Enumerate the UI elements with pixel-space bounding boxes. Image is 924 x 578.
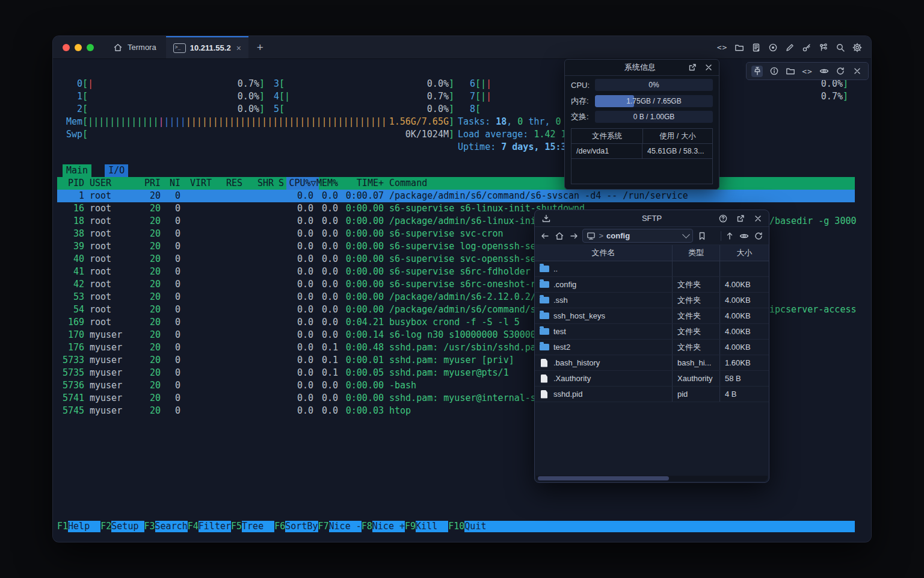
fn-key-f10[interactable]: F10	[448, 521, 464, 532]
home-icon[interactable]	[554, 230, 565, 241]
col-s[interactable]: S	[279, 177, 287, 190]
key-icon[interactable]	[801, 42, 812, 53]
code-icon[interactable]: <>	[801, 66, 813, 77]
file-row[interactable]: .ssh文件夹4.00KB	[535, 293, 769, 308]
fn-key-f4[interactable]: F4	[188, 521, 199, 532]
file-row[interactable]: test文件夹4.00KB	[535, 324, 769, 340]
col-pid[interactable]: PID	[57, 177, 84, 190]
process-table-header[interactable]: PIDUSERPRINIVIRTRESSHRSCPU%▽MEM%TIME+Com…	[57, 177, 855, 190]
process-row[interactable]: 1root20042400S0.00.00:00.07/package/admi…	[57, 190, 855, 202]
folder-icon	[540, 328, 549, 335]
close-window-button[interactable]	[63, 44, 70, 51]
tab-io[interactable]: I/O	[105, 164, 128, 177]
search-icon[interactable]	[834, 42, 846, 53]
gpu-icon[interactable]	[818, 66, 830, 77]
fn-key-f2[interactable]: F2	[100, 521, 111, 532]
show-hidden-icon[interactable]	[739, 230, 750, 241]
settings-icon[interactable]	[851, 42, 863, 53]
fn-key-f3[interactable]: F3	[144, 521, 155, 532]
file-row[interactable]: .XauthorityXauthority58 B	[535, 371, 769, 387]
fn-key-f8[interactable]: F8	[362, 521, 372, 532]
help-icon[interactable]	[717, 213, 728, 224]
new-tab-button[interactable]: +	[248, 36, 272, 58]
file-size	[720, 261, 769, 276]
zoom-window-button[interactable]	[87, 44, 94, 51]
col-filename[interactable]: 文件名	[535, 245, 673, 261]
minimize-window-button[interactable]	[75, 44, 82, 51]
col-user[interactable]: USER	[90, 177, 141, 190]
tab-main[interactable]: Main	[63, 164, 91, 177]
sftp-table-header[interactable]: 文件名 类型 大小	[535, 245, 769, 261]
download-icon[interactable]	[540, 213, 552, 224]
folder-icon[interactable]	[733, 42, 745, 53]
fn-key-f1[interactable]: F1	[57, 521, 68, 532]
fn-label-f9[interactable]: Kill	[416, 521, 448, 532]
sftp-titlebar: SFTP	[535, 210, 769, 227]
file-type: 文件夹	[673, 277, 720, 292]
col-pri[interactable]: PRI	[141, 177, 161, 190]
fn-label-f1[interactable]: Help	[68, 521, 100, 532]
file-row[interactable]: .bash_historybash_hi...1.60KB	[535, 355, 769, 371]
file-icon	[541, 390, 547, 399]
horizontal-scrollbar[interactable]	[536, 476, 768, 481]
open-in-window-icon[interactable]	[686, 62, 698, 73]
fs-col-usage: 使用 / 大小	[643, 129, 712, 143]
log-icon[interactable]	[750, 42, 762, 53]
file-row[interactable]: ssh_host_keys文件夹4.00KB	[535, 308, 769, 324]
filesystem-row[interactable]: /dev/vda1 45.61GB / 58.3...	[571, 144, 712, 159]
info-icon[interactable]	[768, 66, 780, 77]
file-row[interactable]: .config文件夹4.00KB	[535, 277, 769, 293]
col-ni[interactable]: NI	[164, 177, 180, 190]
system-summary-line: Tasks: 18, 0 thr, 0	[458, 116, 561, 128]
session-tab[interactable]: >_ 10.211.55.2 ×	[166, 36, 248, 58]
col-cpu[interactable]: CPU%▽	[286, 177, 319, 190]
home-tab[interactable]: Termora	[102, 36, 166, 58]
file-row[interactable]: sshd.pidpid4 B	[535, 387, 769, 402]
fn-key-f9[interactable]: F9	[405, 521, 416, 532]
close-icon[interactable]	[852, 66, 863, 77]
forward-icon[interactable]	[568, 230, 579, 241]
close-icon[interactable]	[752, 213, 763, 224]
keychain-icon[interactable]	[818, 42, 829, 53]
folder-icon[interactable]	[785, 66, 796, 77]
record-icon[interactable]	[767, 42, 778, 53]
col-res[interactable]: RES	[215, 177, 242, 190]
traffic-lights	[53, 36, 102, 58]
scrollbar-thumb[interactable]	[538, 476, 669, 480]
fn-key-f7[interactable]: F7	[318, 521, 329, 532]
tab-close-icon[interactable]: ×	[236, 43, 241, 53]
fn-label-f6[interactable]: SortBy	[285, 521, 318, 532]
bookmark-icon[interactable]	[697, 230, 707, 241]
file-row[interactable]: test2文件夹4.00KB	[535, 340, 769, 355]
col-size[interactable]: 大小	[720, 245, 769, 261]
refresh-icon[interactable]	[753, 230, 764, 241]
path-breadcrumb[interactable]: > config	[582, 229, 693, 243]
caret-down-icon[interactable]	[711, 230, 716, 241]
open-in-window-icon[interactable]	[735, 213, 746, 224]
col-shr[interactable]: SHR	[245, 177, 274, 190]
close-icon[interactable]	[703, 62, 714, 73]
edit-icon[interactable]	[784, 42, 795, 53]
file-row[interactable]: ..	[535, 261, 769, 277]
upload-icon[interactable]	[725, 230, 736, 241]
col-type[interactable]: 类型	[673, 245, 720, 261]
col-time[interactable]: TIME+	[341, 177, 384, 190]
fn-label-f8[interactable]: Nice +	[372, 521, 405, 532]
fn-label-f3[interactable]: Search	[155, 521, 188, 532]
chevron-down-icon[interactable]	[682, 231, 690, 238]
fn-key-f6[interactable]: F6	[274, 521, 285, 532]
fs-usage: 45.61GB / 58.3...	[642, 144, 712, 158]
fn-label-f2[interactable]: Setup	[111, 521, 144, 532]
code-icon[interactable]: <>	[716, 42, 728, 53]
back-icon[interactable]	[540, 230, 550, 241]
fn-key-f5[interactable]: F5	[231, 521, 242, 532]
col-virt[interactable]: VIRT	[183, 177, 212, 190]
fn-label-f10[interactable]: Quit	[464, 521, 855, 532]
fn-label-f7[interactable]: Nice -	[329, 521, 362, 532]
pin-icon[interactable]	[751, 66, 763, 77]
col-mem[interactable]: MEM%	[316, 177, 338, 190]
memory-label: 内存:	[571, 96, 595, 107]
fn-label-f4[interactable]: Filter	[199, 521, 231, 532]
refresh-icon[interactable]	[835, 66, 846, 77]
fn-label-f5[interactable]: Tree	[242, 521, 274, 532]
